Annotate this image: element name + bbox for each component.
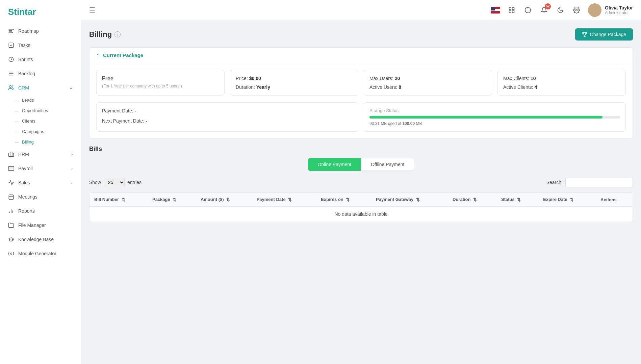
sidebar-item-tasks[interactable]: Tasks: [0, 38, 81, 52]
current-package-card: ⌃ Current Package Free (For 1 Year per c…: [89, 47, 633, 139]
sort-status-icon[interactable]: ⇅: [517, 197, 521, 202]
sort-amount-icon[interactable]: ⇅: [226, 197, 230, 202]
menu-toggle-button[interactable]: ☰: [89, 6, 95, 14]
svg-rect-12: [9, 195, 14, 200]
sort-payment-date-icon[interactable]: ⇅: [288, 197, 292, 202]
sort-package-icon[interactable]: ⇅: [173, 197, 176, 202]
svg-point-29: [576, 9, 578, 11]
max-clients-value: Max Clients: 10: [503, 76, 620, 81]
sort-duration-icon[interactable]: ⇅: [473, 197, 477, 202]
sidebar-label-meetings: Meetings: [18, 194, 37, 200]
sidebar-item-crm[interactable]: CRM ⌄: [0, 81, 81, 95]
sidebar-item-module-generator[interactable]: Module Generator: [0, 246, 81, 261]
storage-status-label: Storage Status:: [369, 108, 620, 113]
page-title-row: Billing i: [89, 30, 121, 39]
sort-expires-on-icon[interactable]: ⇅: [346, 197, 350, 202]
package-name: Free: [102, 76, 219, 82]
next-payment-date-value: -: [146, 118, 147, 124]
payroll-chevron-icon: ›: [71, 166, 73, 171]
sidebar-item-billing[interactable]: Billing: [0, 137, 81, 147]
sidebar-label-campaigns: Campaigns: [22, 129, 44, 134]
sidebar-item-sales[interactable]: Sales ›: [0, 176, 81, 190]
active-clients-label: Active Clients:: [503, 84, 533, 90]
show-entries-control: Show 25 10 50 100 entries: [89, 178, 142, 187]
sidebar-label-payroll: Payroll: [18, 166, 33, 171]
entries-select[interactable]: 25 10 50 100: [104, 178, 125, 187]
table-controls: Show 25 10 50 100 entries Search:: [89, 178, 633, 187]
sidebar-item-meetings[interactable]: Meetings: [0, 190, 81, 204]
sort-expire-date-icon[interactable]: ⇅: [570, 197, 573, 202]
sidebar-label-tasks: Tasks: [18, 43, 30, 48]
max-users-label: Max Users:: [369, 76, 393, 81]
price-label: Price:: [236, 76, 248, 81]
sidebar-item-file-manager[interactable]: File Manager: [0, 218, 81, 232]
crosshair-icon[interactable]: [523, 5, 533, 15]
price-value: Price: $0.00: [236, 76, 353, 81]
sidebar-item-opportunities[interactable]: Opportunities: [0, 105, 81, 116]
package-section-chevron-icon: ⌃: [96, 53, 100, 58]
payment-dates-card: Payment Date: - Next Payment Date: -: [96, 102, 358, 132]
sidebar-item-payroll[interactable]: Payroll ›: [0, 161, 81, 176]
sidebar-item-campaigns[interactable]: Campaigns: [0, 126, 81, 137]
sidebar-item-reports[interactable]: Reports: [0, 204, 81, 218]
notification-bell-icon[interactable]: 52: [539, 5, 549, 15]
max-clients-label: Max Clients:: [503, 76, 529, 81]
bills-table-body: No data available in table: [89, 207, 633, 222]
show-label: Show: [89, 180, 101, 185]
billing-info-icon[interactable]: i: [114, 31, 121, 37]
trophy-icon: [582, 32, 587, 37]
storage-total-unit: MB: [416, 121, 422, 126]
avatar: [588, 3, 601, 17]
duration-value: Duration: Yearly: [236, 84, 353, 90]
sort-bill-number-icon[interactable]: ⇅: [122, 197, 125, 202]
sidebar-item-sprints[interactable]: Sprints: [0, 52, 81, 67]
page-content: Billing i Change Package ⌃ Current Packa…: [81, 20, 641, 364]
user-details: Olivia Taylor Administrator: [605, 5, 633, 15]
sidebar-label-roadmap: Roadmap: [18, 28, 39, 34]
meetings-icon: [8, 194, 14, 200]
change-package-button[interactable]: Change Package: [575, 28, 633, 41]
sidebar-item-leads[interactable]: Leads: [0, 95, 81, 105]
search-input[interactable]: [565, 178, 633, 187]
svg-rect-10: [8, 166, 14, 171]
svg-rect-20: [509, 7, 511, 9]
package-name-card: Free (For 1 Year per company with up to …: [96, 70, 225, 96]
app-logo: Stintar: [0, 0, 81, 24]
apps-icon[interactable]: [507, 5, 516, 15]
package-dates-storage-grid: Payment Date: - Next Payment Date: - Sto…: [89, 102, 633, 138]
no-data-message: No data available in table: [89, 207, 633, 222]
search-box: Search:: [546, 178, 633, 187]
sort-payment-gateway-icon[interactable]: ⇅: [416, 197, 420, 202]
col-actions: Actions: [596, 193, 633, 207]
storage-card: Storage Status: 93.31 MB used of 100.00 …: [364, 102, 626, 132]
settings-icon[interactable]: [572, 5, 581, 15]
hrm-chevron-icon: ›: [71, 152, 73, 157]
sidebar-item-roadmap[interactable]: Roadmap: [0, 24, 81, 38]
online-payment-tab[interactable]: Online Payment: [308, 158, 361, 171]
crm-chevron-icon: ⌄: [69, 85, 73, 90]
active-users-label: Active Users:: [369, 84, 397, 90]
sidebar-label-knowledge-base: Knowledge Base: [18, 237, 54, 242]
sidebar-item-backlog[interactable]: Backlog: [0, 67, 81, 81]
sidebar-item-clients[interactable]: Clients: [0, 116, 81, 126]
price-amount: $0.00: [249, 76, 261, 81]
sidebar-item-knowledge-base[interactable]: Knowledge Base: [0, 232, 81, 246]
main-area: ☰ 52 Olivi: [81, 0, 641, 364]
col-status: Status ⇅: [496, 193, 538, 207]
sidebar-label-hrm: HRM: [18, 152, 29, 157]
roadmap-icon: [8, 28, 14, 34]
page-header: Billing i Change Package: [89, 28, 633, 41]
dark-mode-icon[interactable]: [556, 5, 565, 15]
language-flag-icon[interactable]: [491, 7, 500, 14]
app-header: ☰ 52 Olivi: [81, 0, 641, 20]
sidebar-item-hrm[interactable]: HRM ›: [0, 147, 81, 161]
sidebar-label-module-generator: Module Generator: [18, 251, 56, 256]
active-users-num: 8: [399, 84, 401, 90]
svg-rect-0: [9, 29, 14, 30]
col-payment-gateway: Payment Gateway ⇅: [371, 193, 448, 207]
offline-payment-tab[interactable]: Offline Payment: [361, 158, 414, 171]
user-profile[interactable]: Olivia Taylor Administrator: [588, 3, 633, 17]
sprints-icon: [8, 56, 14, 62]
max-clients-num: 10: [531, 76, 536, 81]
duration-label: Duration:: [236, 84, 255, 90]
